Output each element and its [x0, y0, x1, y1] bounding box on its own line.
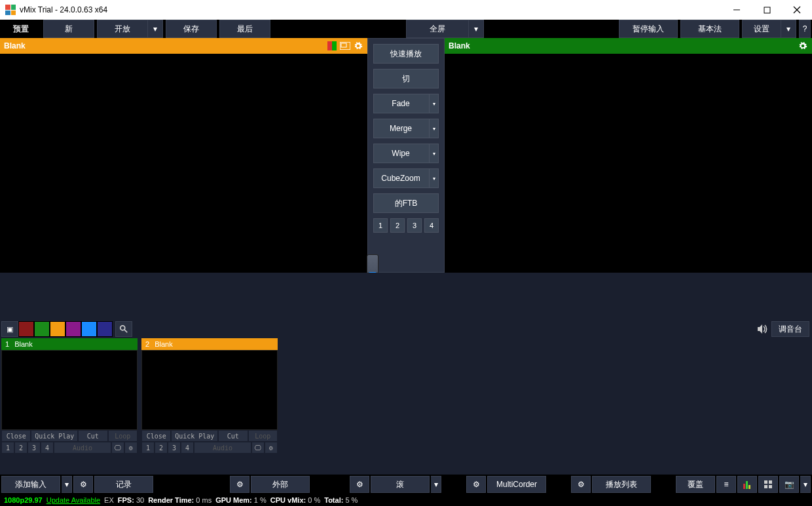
- input-1-o4[interactable]: 4: [41, 442, 54, 454]
- camera-dropdown[interactable]: ▾: [800, 476, 811, 493]
- overlay-4-button[interactable]: 4: [424, 218, 439, 233]
- input-2-o2[interactable]: 2: [155, 442, 168, 454]
- input-1-o3[interactable]: 3: [28, 442, 41, 454]
- fps-label: FPS:: [118, 496, 134, 504]
- output-title: Blank: [449, 41, 470, 50]
- input-2-close[interactable]: Close: [141, 430, 171, 442]
- record-button[interactable]: 记录: [94, 476, 153, 493]
- overlay-button[interactable]: 覆盖: [676, 476, 715, 493]
- svg-rect-16: [769, 485, 772, 488]
- filter-navy[interactable]: [97, 321, 113, 337]
- bars-icon[interactable]: [737, 476, 757, 493]
- filter-orange[interactable]: [50, 321, 65, 337]
- update-link[interactable]: Update Available: [46, 496, 100, 504]
- input-2-monitor-icon[interactable]: 🖵: [251, 442, 265, 454]
- input-2-quickplay[interactable]: Quick Play: [171, 430, 218, 442]
- cut-button[interactable]: 切: [373, 69, 439, 88]
- input-1-loop[interactable]: Loop: [108, 430, 138, 442]
- audio-mixer-button[interactable]: 调音台: [771, 321, 809, 337]
- status-bar: 1080p29.97 Update Available EX FPS: 30 R…: [0, 494, 812, 506]
- input-1-audio[interactable]: Audio: [54, 442, 111, 454]
- last-button[interactable]: 最后: [219, 20, 270, 38]
- filter-blue[interactable]: [81, 321, 97, 337]
- svg-rect-15: [764, 485, 767, 488]
- multicorder-button[interactable]: MultiCorder: [487, 476, 546, 493]
- basic-button[interactable]: 基本法: [680, 20, 739, 38]
- ftb-button[interactable]: 的FTB: [373, 193, 439, 213]
- input-2-o4[interactable]: 4: [181, 442, 194, 454]
- merge-button[interactable]: Merge▾: [373, 119, 439, 138]
- add-input-button[interactable]: 添加输入: [1, 476, 60, 493]
- preview-color-icon[interactable]: [327, 41, 337, 51]
- multicorder-gear-icon[interactable]: ⚙: [466, 476, 486, 493]
- grid-icon[interactable]: [758, 476, 778, 493]
- open-dropdown[interactable]: ▾: [148, 20, 163, 38]
- preview-gear-icon[interactable]: [353, 41, 363, 51]
- input-2-gear-icon[interactable]: ⚙: [265, 442, 278, 454]
- input-1-quickplay[interactable]: Quick Play: [31, 430, 78, 442]
- input-2-audio[interactable]: Audio: [194, 442, 251, 454]
- filter-purple[interactable]: [65, 321, 81, 337]
- input-1-o2[interactable]: 2: [14, 442, 28, 454]
- overlay-1-button[interactable]: 1: [373, 218, 388, 233]
- external-gear-icon[interactable]: ⚙: [230, 476, 249, 493]
- input-2-preview[interactable]: [141, 350, 278, 430]
- output-gear-icon[interactable]: [798, 41, 808, 51]
- list-icon[interactable]: ≡: [716, 476, 736, 493]
- preview-pane: Blank: [0, 38, 367, 273]
- fade-dropdown[interactable]: ▾: [429, 94, 438, 113]
- speaker-icon[interactable]: [753, 321, 771, 337]
- fade-button[interactable]: Fade▾: [373, 94, 439, 113]
- fullscreen-button[interactable]: 全屏: [406, 20, 469, 38]
- input-2-o3[interactable]: 3: [168, 442, 181, 454]
- close-button[interactable]: [782, 0, 812, 20]
- output-pane: Blank: [445, 38, 812, 273]
- merge-dropdown[interactable]: ▾: [429, 119, 438, 138]
- input-1-monitor-icon[interactable]: 🖵: [111, 442, 124, 454]
- add-input-dropdown[interactable]: ▾: [62, 476, 72, 493]
- record-gear-icon[interactable]: ⚙: [73, 476, 93, 493]
- stream-gear-icon[interactable]: ⚙: [350, 476, 369, 493]
- overlay-2-button[interactable]: 2: [390, 218, 405, 233]
- svg-point-8: [120, 326, 125, 330]
- pause-input-button[interactable]: 暂停输入: [619, 20, 678, 38]
- search-button[interactable]: [115, 321, 132, 337]
- stream-button[interactable]: 滚: [371, 476, 430, 493]
- camera-icon[interactable]: 📷: [779, 476, 799, 493]
- preview-layout-icon[interactable]: [340, 41, 350, 51]
- filter-all-button[interactable]: ▣: [1, 321, 18, 337]
- top-toolbar: 预置 新 开放▾ 保存 最后 全屏▾ 暂停输入 基本法 设置▾ ?: [0, 20, 812, 38]
- external-button[interactable]: 外部: [251, 476, 310, 493]
- input-1-o1[interactable]: 1: [1, 442, 14, 454]
- wipe-button[interactable]: Wipe▾: [373, 144, 439, 163]
- svg-rect-11: [746, 481, 748, 489]
- open-button[interactable]: 开放: [97, 20, 148, 38]
- cubezoom-button[interactable]: CubeZoom▾: [373, 168, 439, 188]
- minimize-button[interactable]: [722, 0, 752, 20]
- input-1-gear-icon[interactable]: ⚙: [124, 442, 138, 454]
- fullscreen-dropdown[interactable]: ▾: [469, 20, 484, 38]
- filter-red[interactable]: [18, 321, 34, 337]
- quickplay-button[interactable]: 快速播放: [373, 44, 439, 64]
- input-1-close[interactable]: Close: [1, 430, 31, 442]
- cpu-value: 0 %: [308, 496, 320, 504]
- status-ex: EX: [104, 496, 114, 504]
- overlay-3-button[interactable]: 3: [407, 218, 422, 233]
- input-1-cut[interactable]: Cut: [78, 430, 107, 442]
- input-2-o1[interactable]: 1: [141, 442, 155, 454]
- save-button[interactable]: 保存: [166, 20, 217, 38]
- input-2-cut[interactable]: Cut: [218, 430, 248, 442]
- playlist-button[interactable]: 播放列表: [592, 476, 651, 493]
- playlist-gear-icon[interactable]: ⚙: [571, 476, 591, 493]
- input-2-loop[interactable]: Loop: [248, 430, 278, 442]
- cubezoom-dropdown[interactable]: ▾: [429, 169, 438, 187]
- input-1-preview[interactable]: [1, 350, 138, 430]
- settings-dropdown[interactable]: ▾: [781, 20, 796, 38]
- maximize-button[interactable]: [752, 0, 782, 20]
- settings-button[interactable]: 设置: [742, 20, 781, 38]
- wipe-dropdown[interactable]: ▾: [429, 144, 438, 163]
- new-button[interactable]: 新: [43, 20, 94, 38]
- filter-green[interactable]: [34, 321, 50, 337]
- help-button[interactable]: ?: [799, 20, 811, 38]
- stream-dropdown[interactable]: ▾: [431, 476, 441, 493]
